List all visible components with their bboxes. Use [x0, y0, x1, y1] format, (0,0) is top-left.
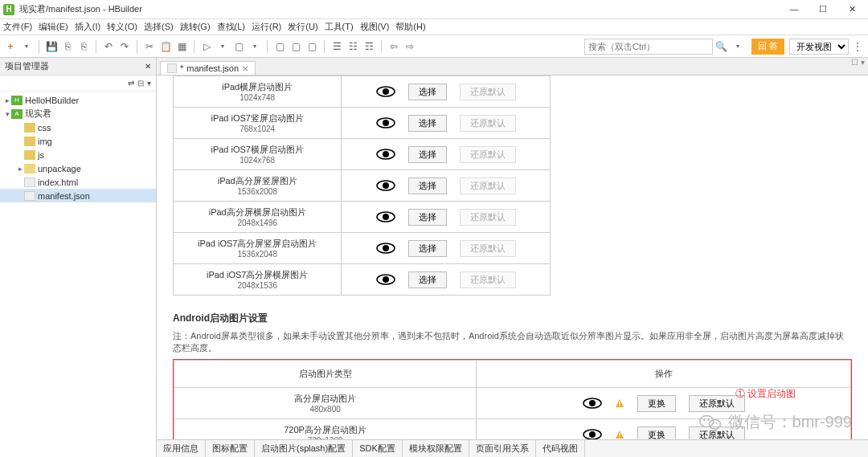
layout3-icon[interactable]: ☶: [362, 39, 376, 54]
link-editor-icon[interactable]: ⇄: [128, 79, 134, 88]
close-button[interactable]: ✕: [842, 4, 862, 14]
preview-icon[interactable]: [376, 86, 395, 97]
menu-item-5[interactable]: 跳转(G): [180, 21, 211, 33]
row-ops: 选择还原默认: [342, 108, 551, 139]
tool-icon[interactable]: ▦: [174, 39, 189, 54]
collapse-icon[interactable]: ⊟: [137, 79, 144, 88]
menu-item-8[interactable]: 发行(U): [288, 21, 317, 33]
tree-node-0[interactable]: ▸HHelloHBuilder: [0, 93, 156, 107]
tree-node-4[interactable]: js: [0, 148, 156, 161]
menu-item-6[interactable]: 查找(L): [217, 21, 245, 33]
preview-icon[interactable]: [376, 274, 395, 285]
tab-manifest[interactable]: *manifest.json ✕: [160, 61, 256, 75]
box1-icon[interactable]: ▢: [272, 39, 287, 54]
menu-item-3[interactable]: 转义(O): [107, 21, 137, 33]
tree-node-2[interactable]: css: [0, 120, 156, 134]
sidebar-menu-icon[interactable]: ▾: [147, 79, 151, 88]
box2-icon[interactable]: ▢: [289, 39, 303, 54]
tree-twisty-icon[interactable]: ▸: [16, 165, 24, 173]
save-all-icon[interactable]: ⎘: [60, 39, 75, 54]
select-button[interactable]: 选择: [408, 209, 447, 226]
sidebar-close-icon[interactable]: ✕: [145, 62, 151, 71]
bottom-tab-3[interactable]: SDK配置: [353, 440, 403, 457]
svg-point-29: [707, 418, 709, 420]
replace-button[interactable]: 更换: [637, 426, 676, 440]
run-icon[interactable]: ▷: [199, 39, 214, 54]
copy-icon[interactable]: ⎘: [76, 39, 91, 54]
select-button[interactable]: 选择: [408, 146, 447, 163]
save-icon[interactable]: 💾: [44, 39, 59, 54]
select-button[interactable]: 选择: [408, 271, 447, 288]
preview-icon[interactable]: [376, 149, 395, 160]
row-label: iPad高分屏竖屏图片1536x2008: [174, 170, 342, 202]
menu-item-2[interactable]: 插入(I): [75, 21, 100, 33]
box3-icon[interactable]: ▢: [305, 39, 319, 54]
forward-icon[interactable]: ⇨: [403, 39, 417, 54]
undo-icon[interactable]: ↶: [101, 39, 116, 54]
preview-icon[interactable]: [583, 429, 602, 439]
paste-icon[interactable]: 📋: [158, 39, 173, 54]
menu-item-7[interactable]: 运行(R): [252, 21, 281, 33]
preview-icon[interactable]: [376, 180, 395, 191]
preview-icon[interactable]: [376, 117, 395, 129]
row-label: iPad高分屏横屏启动图片2048x1496: [174, 202, 342, 233]
bottom-tab-0[interactable]: 应用信息: [157, 440, 206, 457]
mode-config-icon[interactable]: ⋮: [850, 39, 865, 54]
preview-icon[interactable]: [583, 398, 602, 409]
svg-point-28: [703, 418, 705, 420]
editor-tabs-menu-icon[interactable]: ☐ ▾: [851, 58, 865, 67]
redo-icon[interactable]: ↷: [117, 39, 132, 54]
menu-item-1[interactable]: 编辑(E): [39, 21, 68, 33]
menu-item-11[interactable]: 帮助(H): [395, 21, 425, 33]
select-button[interactable]: 选择: [408, 115, 447, 132]
tree-node-6[interactable]: index.html: [0, 175, 156, 189]
menu-item-10[interactable]: 视图(V): [360, 21, 390, 33]
maximize-button[interactable]: ☐: [813, 4, 833, 14]
layout1-icon[interactable]: ☰: [330, 39, 344, 54]
tree-node-1[interactable]: ▾A现实君: [0, 107, 156, 120]
tree-twisty-icon[interactable]: ▾: [3, 110, 11, 118]
row-label: iPad iOS7高分屏横屏图片2048x1536: [174, 264, 342, 296]
search-input[interactable]: [584, 39, 713, 55]
preview-icon[interactable]: [376, 243, 395, 254]
minimize-button[interactable]: —: [784, 4, 804, 14]
bottom-tab-4[interactable]: 模块权限配置: [403, 440, 469, 457]
view-mode-select[interactable]: 开发视图: [789, 39, 849, 55]
tree-twisty-icon[interactable]: ▸: [3, 96, 11, 104]
bottom-tab-6[interactable]: 代码视图: [536, 440, 585, 457]
tree-node-label: index.html: [38, 177, 78, 187]
tree-node-3[interactable]: img: [0, 134, 156, 148]
tab-label: manifest.json: [186, 63, 239, 73]
new-button[interactable]: +: [3, 39, 18, 54]
device-icon[interactable]: ▢: [231, 39, 246, 54]
layout2-icon[interactable]: ☷: [346, 39, 360, 54]
svg-point-7: [383, 182, 389, 189]
bottom-tab-1[interactable]: 图标配置: [206, 440, 255, 457]
svg-point-11: [383, 245, 389, 251]
svg-point-30: [712, 422, 714, 423]
menu-item-9[interactable]: 工具(T): [325, 21, 354, 33]
select-button[interactable]: 选择: [408, 84, 447, 100]
tab-close-icon[interactable]: ✕: [242, 64, 248, 73]
select-button[interactable]: 选择: [408, 177, 447, 194]
cut-icon[interactable]: ✂: [142, 39, 157, 54]
replace-button[interactable]: 更换: [637, 395, 676, 412]
back-icon[interactable]: ⇦: [387, 39, 401, 54]
run-dd-icon[interactable]: ▾: [215, 39, 230, 54]
preview-icon[interactable]: [376, 211, 395, 222]
search-dd-icon[interactable]: ▾: [731, 39, 745, 54]
menu-item-4[interactable]: 选择(S): [144, 21, 174, 33]
tree-node-7[interactable]: manifest.json: [0, 189, 156, 202]
bottom-tab-2[interactable]: 启动图片(splash)配置: [255, 440, 353, 457]
table-header-ops: 操作: [477, 361, 851, 388]
save-alt-button[interactable]: 回 答: [751, 39, 784, 55]
tree-node-5[interactable]: ▸unpackage: [0, 161, 156, 175]
search-icon[interactable]: 🔍: [714, 39, 729, 54]
tree-node-label: manifest.json: [38, 191, 90, 201]
select-button[interactable]: 选择: [408, 240, 447, 257]
bottom-tab-5[interactable]: 页面引用关系: [469, 440, 536, 457]
new-dropdown-icon[interactable]: ▾: [19, 39, 34, 54]
device-dd-icon[interactable]: ▾: [248, 39, 262, 54]
restore-button: 还原默认: [460, 84, 516, 100]
menu-item-0[interactable]: 文件(F): [3, 21, 32, 33]
